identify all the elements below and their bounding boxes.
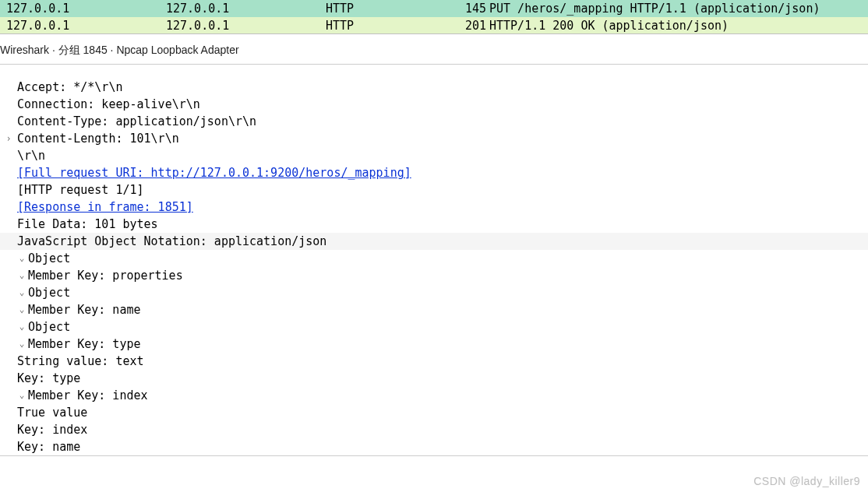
col-protocol: HTTP <box>326 19 462 33</box>
col-destination: 127.0.0.1 <box>166 2 326 16</box>
chevron-down-icon[interactable]: ⌄ <box>17 284 26 301</box>
chevron-down-icon[interactable]: ⌄ <box>17 301 26 318</box>
col-info: HTTP/1.1 200 OK (application/json) <box>489 19 862 33</box>
expand-icon[interactable]: › <box>0 130 17 147</box>
detail-response-frame[interactable]: [Response in frame: 1851] <box>0 199 868 216</box>
json-member-name[interactable]: ⌄Member Key: name <box>0 301 868 318</box>
json-true-value[interactable]: True value <box>0 404 868 421</box>
detail-json-header[interactable]: JavaScript Object Notation: application/… <box>0 233 868 250</box>
detail-full-uri[interactable]: [Full request URI: http://127.0.0.1:9200… <box>0 164 868 181</box>
json-object[interactable]: ⌄Object <box>0 250 868 267</box>
col-info: PUT /heros/_mapping HTTP/1.1 (applicatio… <box>489 2 862 16</box>
detail-crlf[interactable]: \r\n <box>0 147 868 164</box>
json-object-3[interactable]: ⌄Object <box>0 318 868 336</box>
col-length: 145 <box>462 2 489 16</box>
json-member-type[interactable]: ⌄Member Key: type <box>0 336 868 353</box>
packet-details: Accept: */*\r\n Connection: keep-alive\r… <box>0 64 868 456</box>
detail-content-length[interactable]: › Content-Length: 101\r\n <box>0 130 868 147</box>
col-destination: 127.0.0.1 <box>166 19 326 33</box>
packet-list: 127.0.0.1 127.0.0.1 HTTP 145 PUT /heros/… <box>0 0 868 34</box>
chevron-down-icon[interactable]: ⌄ <box>17 250 26 267</box>
chevron-down-icon[interactable]: ⌄ <box>17 318 26 336</box>
json-key-type[interactable]: Key: type <box>0 370 868 387</box>
detail-content-type[interactable]: Content-Type: application/json\r\n <box>0 113 868 130</box>
detail-file-data[interactable]: File Data: 101 bytes <box>0 216 868 233</box>
context-title: Wireshark · 分组 1845 · Npcap Loopback Ada… <box>0 39 868 59</box>
packet-row-response[interactable]: 127.0.0.1 127.0.0.1 HTTP 201 HTTP/1.1 20… <box>0 17 868 34</box>
detail-http-request[interactable]: [HTTP request 1/1] <box>0 181 868 199</box>
json-member-properties[interactable]: ⌄Member Key: properties <box>0 267 868 284</box>
col-source: 127.0.0.1 <box>6 2 166 16</box>
json-object-2[interactable]: ⌄Object <box>0 284 868 301</box>
json-key-index[interactable]: Key: index <box>0 421 868 438</box>
json-key-name[interactable]: Key: name <box>0 438 868 455</box>
col-source: 127.0.0.1 <box>6 19 166 33</box>
json-string-value[interactable]: String value: text <box>0 353 868 370</box>
json-member-index[interactable]: ⌄Member Key: index <box>0 387 868 404</box>
detail-connection[interactable]: Connection: keep-alive\r\n <box>0 96 868 113</box>
chevron-down-icon[interactable]: ⌄ <box>17 267 26 284</box>
detail-accept[interactable]: Accept: */*\r\n <box>0 79 868 96</box>
col-length: 201 <box>462 19 489 33</box>
packet-row-selected[interactable]: 127.0.0.1 127.0.0.1 HTTP 145 PUT /heros/… <box>0 0 868 17</box>
col-protocol: HTTP <box>326 2 462 16</box>
chevron-down-icon[interactable]: ⌄ <box>17 387 26 404</box>
chevron-down-icon[interactable]: ⌄ <box>17 336 26 353</box>
